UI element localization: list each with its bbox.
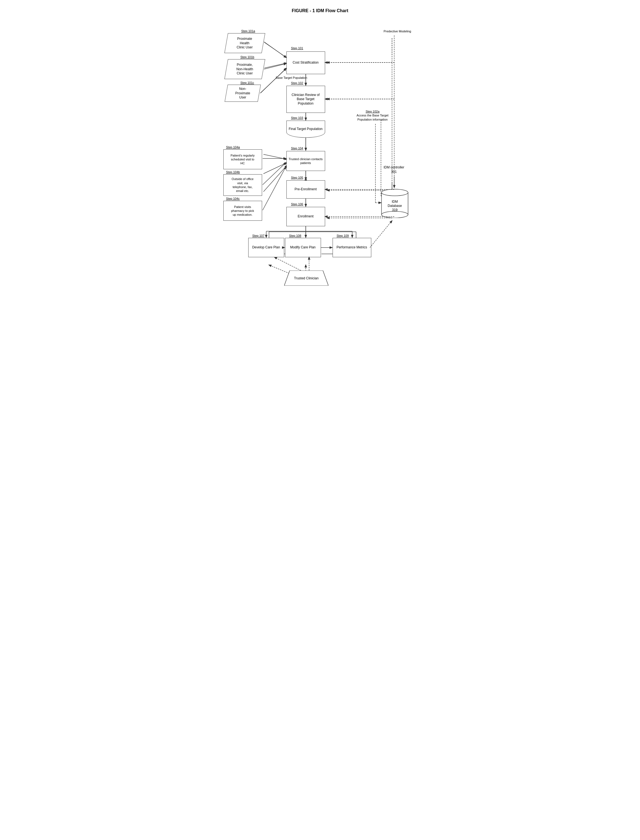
svg-line-0 xyxy=(264,42,286,58)
idm-database-container: IDM Database 319 xyxy=(381,188,409,218)
step-104-label: Step 104 xyxy=(291,147,303,150)
develop-care-plan-text: Develop Care Plan xyxy=(252,245,280,250)
step-101b-label: Step 101b xyxy=(240,55,254,59)
proximate-non-health-text: Proximate,Non-HealthClinic User xyxy=(236,63,253,76)
access-base-target-text: Access the Base TargetPopulation informa… xyxy=(357,114,389,121)
base-target-annotation: Base Target Population xyxy=(276,76,307,80)
modify-care-plan-box: Modify Care Plan xyxy=(285,238,321,257)
svg-line-54 xyxy=(264,64,286,69)
svg-line-58 xyxy=(262,167,286,210)
enrollment-text: Enrollment xyxy=(298,214,314,219)
trusted-clinician-svg: Trusted Clinician xyxy=(284,271,328,286)
svg-line-6 xyxy=(264,154,287,159)
trusted-clinician-bottom-container: Trusted Clinician xyxy=(284,271,328,286)
step-102-label: Step 102 xyxy=(291,81,303,85)
step-106-label: Step 106 xyxy=(291,202,303,206)
develop-care-plan-box: Develop Care Plan xyxy=(248,238,284,257)
final-target-text: Final Target Population xyxy=(289,127,323,131)
enrollment-box: Enrollment xyxy=(286,207,325,226)
idm-controller-annotation: IDM controller301 xyxy=(384,165,405,174)
pre-enrollment-box: Pre-Enrollment xyxy=(286,180,325,199)
proximate-non-health-box: Proximate,Non-HealthClinic User xyxy=(224,59,265,79)
access-base-target-annotation: Step 102a Access the Base TargetPopulati… xyxy=(356,109,389,122)
step-109-label: Step 109 xyxy=(337,234,349,237)
step-102a-label: Step 102a xyxy=(365,110,379,113)
step-108-label: Step 108 xyxy=(289,234,301,237)
page: FIGURE - 1 IDM Flow Chart xyxy=(215,0,425,301)
step-101a-label: Step 101a xyxy=(242,29,255,33)
svg-text:Trusted Clinician: Trusted Clinician xyxy=(294,276,318,280)
performance-metrics-text: Performance Metrics xyxy=(336,245,367,250)
flowchart: Step 101a ProximateHealthClinic User Ste… xyxy=(221,22,420,293)
outside-office-box: Outside of office visit, via telephone, … xyxy=(223,174,262,196)
step-103-label: Step 103 xyxy=(291,116,303,120)
step-101-label: Step 101 xyxy=(291,46,303,50)
svg-line-51 xyxy=(275,257,301,271)
patient-pharmacy-text: Patient visits pharmacy to pick up medic… xyxy=(231,205,254,217)
final-target-box: Final Target Population xyxy=(286,120,325,138)
step-104c-label: Step 104c xyxy=(226,197,240,200)
proximate-health-text: ProximateHealthClinic User xyxy=(237,37,253,50)
idm-database-svg: IDM Database 319 xyxy=(381,188,409,218)
cost-stratification-text: Cost Stratification xyxy=(293,61,318,65)
non-proximate-text: Non-ProximateUser xyxy=(235,87,250,100)
svg-line-8 xyxy=(264,165,287,192)
trusted-clinician-contacts-text: Trusted clinician contacts patients xyxy=(289,157,323,165)
non-proximate-box: Non-ProximateUser xyxy=(224,85,261,102)
svg-line-1 xyxy=(264,63,286,68)
svg-point-32 xyxy=(381,189,408,196)
svg-line-57 xyxy=(262,163,286,185)
patient-pharmacy-box: Patient visits pharmacy to pick up medic… xyxy=(223,201,262,221)
svg-line-55 xyxy=(260,69,286,93)
predective-modeling-annotation: Predective Modeling xyxy=(384,29,411,33)
svg-line-2 xyxy=(261,68,286,93)
clinician-review-text: Clinician Review of Base Target Populati… xyxy=(292,93,320,106)
step-104a-label: Step 104a xyxy=(226,146,240,149)
svg-text:IDM: IDM xyxy=(392,200,398,204)
svg-point-33 xyxy=(381,211,408,218)
svg-line-67 xyxy=(370,221,392,248)
svg-line-53 xyxy=(264,42,286,58)
cost-stratification-box: Cost Stratification xyxy=(286,51,325,74)
step-101c-label: Step 101c xyxy=(240,81,254,84)
patient-visit-box: Patient's regularly scheduled visit to H… xyxy=(223,149,262,169)
page-title: FIGURE - 1 IDM Flow Chart xyxy=(221,8,420,13)
patient-visit-text: Patient's regularly scheduled visit to H… xyxy=(230,154,254,165)
trusted-clinician-contacts-box: Trusted clinician contacts patients xyxy=(286,151,325,171)
step-104b-label: Step 104b xyxy=(226,170,240,174)
step-107-label: Step 107 xyxy=(253,234,264,237)
step-105-label: Step 105 xyxy=(291,176,303,179)
performance-metrics-box: Performance Metrics xyxy=(333,238,371,257)
svg-line-7 xyxy=(264,163,287,174)
svg-text:319: 319 xyxy=(392,208,397,212)
proximate-health-box: ProximateHealthClinic User xyxy=(224,33,265,53)
pre-enrollment-text: Pre-Enrollment xyxy=(294,187,317,192)
svg-text:Database: Database xyxy=(387,204,402,208)
outside-office-text: Outside of office visit, via telephone, … xyxy=(232,177,253,193)
modify-care-plan-text: Modify Care Plan xyxy=(290,245,315,250)
clinician-review-box: Clinician Review of Base Target Populati… xyxy=(286,86,325,113)
